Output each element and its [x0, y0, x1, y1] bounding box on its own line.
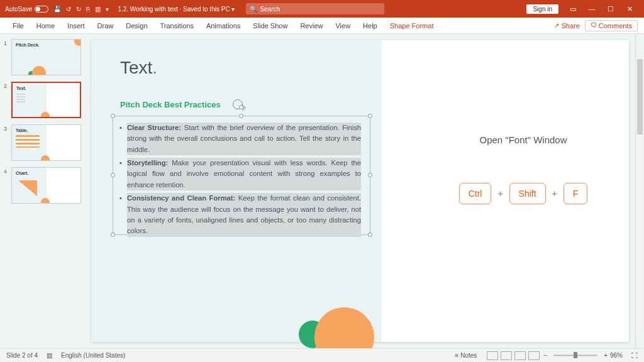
- normal-view-icon[interactable]: [487, 351, 498, 360]
- present-icon[interactable]: ▥: [95, 6, 101, 13]
- selected-textbox[interactable]: Clear Structure: Start with the brief ov…: [113, 116, 370, 235]
- zoom-in-button[interactable]: +: [604, 352, 608, 359]
- touch-icon[interactable]: ⎘: [86, 6, 90, 13]
- reading-view-icon[interactable]: [514, 351, 526, 360]
- resize-handle[interactable]: [239, 114, 243, 118]
- workspace: 1 Pitch Deck. 2 Text. ━━━━━━━━━━━━━━━━━━…: [0, 34, 644, 348]
- sign-in-button[interactable]: Sign in: [526, 4, 558, 14]
- zoom-out-button[interactable]: −: [543, 352, 547, 359]
- accessibility-icon[interactable]: ▧: [47, 352, 52, 359]
- zoom-level[interactable]: 96%: [610, 352, 623, 359]
- tab-file[interactable]: File: [6, 18, 30, 33]
- save-icon[interactable]: 💾: [53, 6, 61, 13]
- shortcut-callout: Open "Font" Window Ctrl + Shift + F: [429, 134, 618, 204]
- redo-icon[interactable]: ↻: [76, 6, 81, 13]
- tab-slide-show[interactable]: Slide Show: [247, 18, 294, 33]
- slide-canvas[interactable]: Text. Pitch Deck Best Practices Clear St…: [91, 40, 629, 342]
- ribbon-mode-icon[interactable]: ▭: [564, 5, 582, 13]
- zoom-slider[interactable]: [553, 354, 597, 356]
- tab-help[interactable]: Help: [357, 18, 384, 33]
- share-button[interactable]: Share: [549, 22, 584, 30]
- slide-subtitle: Pitch Deck Best Practices: [120, 100, 221, 109]
- resize-handle[interactable]: [111, 173, 115, 177]
- maximize-icon[interactable]: ☐: [601, 5, 620, 13]
- tab-review[interactable]: Review: [294, 18, 329, 33]
- tab-animations[interactable]: Animations: [200, 18, 247, 33]
- key-f: F: [564, 183, 588, 204]
- bullet-list: Clear Structure: Start with the brief ov…: [113, 116, 370, 246]
- resize-handle[interactable]: [111, 233, 115, 237]
- slide-content: Text. Pitch Deck Best Practices Clear St…: [91, 40, 629, 342]
- slideshow-view-icon[interactable]: [528, 351, 540, 360]
- tab-design[interactable]: Design: [119, 18, 153, 33]
- toggle-icon: [35, 6, 48, 13]
- search-placeholder: Search: [260, 6, 280, 13]
- bullet-item: Clear Structure: Start with the brief ov…: [127, 123, 361, 155]
- tab-home[interactable]: Home: [30, 18, 61, 33]
- thumbnail-2[interactable]: Text. ━━━━━━━━━━━━━━━━━━━━━━━━━━━━: [11, 82, 81, 118]
- thumbnail-3[interactable]: Table.: [11, 124, 81, 161]
- key-ctrl: Ctrl: [459, 183, 492, 204]
- thumbnail-4[interactable]: Chart.: [11, 167, 81, 204]
- search-icon: 🔍: [250, 6, 257, 13]
- rotate-handle[interactable]: [239, 105, 243, 109]
- minimize-icon[interactable]: —: [582, 5, 601, 13]
- tab-view[interactable]: View: [329, 18, 357, 33]
- resize-handle[interactable]: [368, 114, 372, 118]
- document-title[interactable]: 1.2. Working with text · Saved to this P…: [118, 6, 238, 13]
- autosave-label: AutoSave: [5, 6, 32, 13]
- quick-access-toolbar: 💾 ↺ ↻ ⎘ ▥ ▾: [53, 6, 109, 13]
- callout-label: Open "Font" Window: [429, 134, 618, 145]
- ribbon-tabs: File Home Insert Draw Design Transitions…: [0, 18, 644, 34]
- autosave-toggle[interactable]: AutoSave: [5, 6, 48, 13]
- comments-button[interactable]: Comments: [585, 20, 638, 31]
- sorter-view-icon[interactable]: [501, 351, 512, 360]
- more-icon[interactable]: ▾: [106, 6, 109, 13]
- tab-draw[interactable]: Draw: [91, 18, 120, 33]
- resize-handle[interactable]: [368, 233, 372, 237]
- thumbnail-1[interactable]: Pitch Deck.: [11, 39, 81, 75]
- tab-transitions[interactable]: Transitions: [154, 18, 200, 33]
- tab-insert[interactable]: Insert: [61, 18, 91, 33]
- language-status[interactable]: English (United States): [61, 352, 125, 359]
- slide-title: Text.: [120, 58, 157, 78]
- notes-button[interactable]: ≡ Notes: [455, 352, 477, 359]
- slide-counter[interactable]: Slide 2 of 4: [6, 352, 38, 359]
- bullet-item: Storytelling: Make your presentation vis…: [127, 158, 361, 190]
- tab-shape-format[interactable]: Shape Format: [384, 18, 440, 33]
- scrollbar-thumb[interactable]: [637, 59, 643, 134]
- resize-handle[interactable]: [368, 173, 372, 177]
- close-icon[interactable]: ✕: [620, 5, 639, 13]
- search-box[interactable]: 🔍 Search: [246, 3, 384, 14]
- slide-thumbnails: 1 Pitch Deck. 2 Text. ━━━━━━━━━━━━━━━━━━…: [0, 34, 85, 348]
- status-bar: Slide 2 of 4 ▧ English (United States) ≡…: [0, 348, 644, 362]
- key-shift: Shift: [509, 183, 546, 204]
- undo-icon[interactable]: ↺: [66, 6, 71, 13]
- vertical-scrollbar[interactable]: [635, 34, 644, 348]
- bullet-item: Consistency and Clean Format: Keep the f…: [127, 193, 361, 236]
- titlebar: AutoSave 💾 ↺ ↻ ⎘ ▥ ▾ 1.2. Working with t…: [0, 0, 644, 18]
- fit-to-window-icon[interactable]: ⛶: [631, 352, 638, 359]
- resize-handle[interactable]: [111, 114, 115, 118]
